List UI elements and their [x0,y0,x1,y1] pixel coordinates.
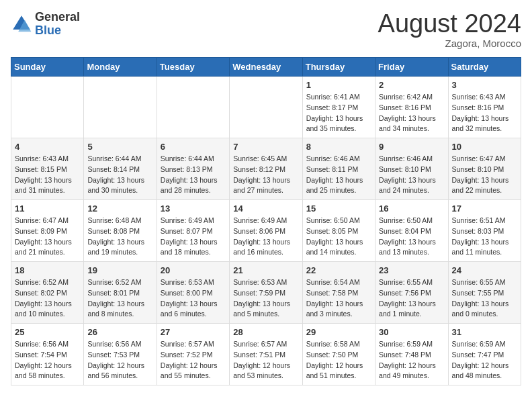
calendar-cell: 17Sunrise: 6:51 AM Sunset: 8:03 PM Dayli… [448,200,521,262]
day-info: Sunrise: 6:50 AM Sunset: 8:04 PM Dayligh… [379,216,444,258]
day-number: 1 [306,80,371,90]
calendar-cell: 19Sunrise: 6:52 AM Sunset: 8:01 PM Dayli… [84,262,157,324]
day-info: Sunrise: 6:57 AM Sunset: 7:52 PM Dayligh… [161,339,226,381]
day-info: Sunrise: 6:44 AM Sunset: 8:14 PM Dayligh… [87,154,152,196]
calendar-cell: 24Sunrise: 6:55 AM Sunset: 7:55 PM Dayli… [448,262,521,324]
day-number: 21 [233,265,298,275]
week-row-2: 4Sunrise: 6:43 AM Sunset: 8:15 PM Daylig… [11,138,521,200]
day-number: 7 [233,142,298,152]
calendar-cell: 8Sunrise: 6:46 AM Sunset: 8:11 PM Daylig… [302,138,375,200]
day-number: 10 [452,142,517,152]
calendar-cell: 25Sunrise: 6:56 AM Sunset: 7:54 PM Dayli… [11,324,84,385]
day-number: 2 [379,80,444,90]
day-number: 26 [87,327,152,337]
calendar-cell: 30Sunrise: 6:59 AM Sunset: 7:48 PM Dayli… [375,324,448,385]
day-info: Sunrise: 6:54 AM Sunset: 7:58 PM Dayligh… [306,277,371,320]
weekday-header-sunday: Sunday [11,58,84,77]
day-number: 19 [87,265,152,275]
day-number: 25 [15,327,80,337]
day-info: Sunrise: 6:47 AM Sunset: 8:10 PM Dayligh… [452,154,517,196]
day-info: Sunrise: 6:53 AM Sunset: 8:00 PM Dayligh… [161,277,226,320]
logo-blue: Blue [35,24,80,38]
calendar-cell: 16Sunrise: 6:50 AM Sunset: 8:04 PM Dayli… [375,200,448,262]
calendar-cell: 21Sunrise: 6:53 AM Sunset: 7:59 PM Dayli… [230,262,302,324]
weekday-header-friday: Friday [375,58,448,77]
day-info: Sunrise: 6:49 AM Sunset: 8:06 PM Dayligh… [233,216,298,258]
day-number: 14 [233,203,298,214]
day-info: Sunrise: 6:49 AM Sunset: 8:07 PM Dayligh… [161,216,226,258]
weekday-header-tuesday: Tuesday [157,58,229,77]
day-number: 20 [161,265,226,275]
day-info: Sunrise: 6:47 AM Sunset: 8:09 PM Dayligh… [15,216,80,258]
day-info: Sunrise: 6:46 AM Sunset: 8:10 PM Dayligh… [379,154,444,196]
day-number: 4 [15,142,80,152]
calendar-cell [157,77,229,138]
day-info: Sunrise: 6:58 AM Sunset: 7:50 PM Dayligh… [306,339,371,381]
calendar-cell: 23Sunrise: 6:55 AM Sunset: 7:56 PM Dayli… [375,262,448,324]
day-info: Sunrise: 6:59 AM Sunset: 7:48 PM Dayligh… [379,339,444,381]
calendar-cell: 20Sunrise: 6:53 AM Sunset: 8:00 PM Dayli… [157,262,229,324]
calendar-table: SundayMondayTuesdayWednesdayThursdayFrid… [11,57,521,385]
day-number: 13 [161,203,226,214]
calendar-cell [84,77,157,138]
day-info: Sunrise: 6:51 AM Sunset: 8:03 PM Dayligh… [452,216,517,258]
calendar-cell: 14Sunrise: 6:49 AM Sunset: 8:06 PM Dayli… [230,200,302,262]
day-info: Sunrise: 6:41 AM Sunset: 8:17 PM Dayligh… [306,92,371,134]
calendar-cell [230,77,302,138]
day-info: Sunrise: 6:55 AM Sunset: 7:55 PM Dayligh… [452,277,517,320]
logo-text: General Blue [35,11,80,38]
calendar-cell [11,77,84,138]
day-number: 28 [233,327,298,337]
day-number: 29 [306,327,371,337]
day-info: Sunrise: 6:52 AM Sunset: 8:01 PM Dayligh… [87,277,152,320]
day-number: 27 [161,327,226,337]
day-info: Sunrise: 6:56 AM Sunset: 7:53 PM Dayligh… [87,339,152,381]
calendar-cell: 18Sunrise: 6:52 AM Sunset: 8:02 PM Dayli… [11,262,84,324]
page-header: General Blue August 2024 Zagora, Morocco [11,11,521,49]
week-row-4: 18Sunrise: 6:52 AM Sunset: 8:02 PM Dayli… [11,262,521,324]
calendar-cell: 9Sunrise: 6:46 AM Sunset: 8:10 PM Daylig… [375,138,448,200]
day-number: 23 [379,265,444,275]
day-number: 8 [306,142,371,152]
day-number: 11 [15,203,80,214]
day-info: Sunrise: 6:43 AM Sunset: 8:16 PM Dayligh… [452,92,517,134]
logo-icon [11,13,32,35]
day-number: 3 [452,80,517,90]
title-section: August 2024 Zagora, Morocco [378,11,521,49]
day-info: Sunrise: 6:44 AM Sunset: 8:13 PM Dayligh… [161,154,226,196]
weekday-header-thursday: Thursday [302,58,375,77]
calendar-cell: 12Sunrise: 6:48 AM Sunset: 8:08 PM Dayli… [84,200,157,262]
calendar-cell: 5Sunrise: 6:44 AM Sunset: 8:14 PM Daylig… [84,138,157,200]
calendar-cell: 2Sunrise: 6:42 AM Sunset: 8:16 PM Daylig… [375,77,448,138]
day-number: 24 [452,265,517,275]
calendar-cell: 1Sunrise: 6:41 AM Sunset: 8:17 PM Daylig… [302,77,375,138]
day-info: Sunrise: 6:56 AM Sunset: 7:54 PM Dayligh… [15,339,80,381]
day-info: Sunrise: 6:46 AM Sunset: 8:11 PM Dayligh… [306,154,371,196]
day-number: 6 [161,142,226,152]
day-number: 5 [87,142,152,152]
day-info: Sunrise: 6:50 AM Sunset: 8:05 PM Dayligh… [306,216,371,258]
day-info: Sunrise: 6:45 AM Sunset: 8:12 PM Dayligh… [233,154,298,196]
location: Zagora, Morocco [378,38,521,49]
calendar-cell: 22Sunrise: 6:54 AM Sunset: 7:58 PM Dayli… [302,262,375,324]
calendar-cell: 29Sunrise: 6:58 AM Sunset: 7:50 PM Dayli… [302,324,375,385]
calendar-cell: 4Sunrise: 6:43 AM Sunset: 8:15 PM Daylig… [11,138,84,200]
logo-general: General [35,11,80,24]
week-row-1: 1Sunrise: 6:41 AM Sunset: 8:17 PM Daylig… [11,77,521,138]
day-info: Sunrise: 6:43 AM Sunset: 8:15 PM Dayligh… [15,154,80,196]
day-number: 16 [379,203,444,214]
calendar-cell: 13Sunrise: 6:49 AM Sunset: 8:07 PM Dayli… [157,200,229,262]
day-info: Sunrise: 6:57 AM Sunset: 7:51 PM Dayligh… [233,339,298,381]
calendar-cell: 7Sunrise: 6:45 AM Sunset: 8:12 PM Daylig… [230,138,302,200]
calendar-cell: 28Sunrise: 6:57 AM Sunset: 7:51 PM Dayli… [230,324,302,385]
month-title: August 2024 [378,11,521,36]
day-info: Sunrise: 6:53 AM Sunset: 7:59 PM Dayligh… [233,277,298,320]
day-info: Sunrise: 6:48 AM Sunset: 8:08 PM Dayligh… [87,216,152,258]
day-info: Sunrise: 6:52 AM Sunset: 8:02 PM Dayligh… [15,277,80,320]
weekday-header-monday: Monday [84,58,157,77]
calendar-cell: 3Sunrise: 6:43 AM Sunset: 8:16 PM Daylig… [448,77,521,138]
calendar-cell: 27Sunrise: 6:57 AM Sunset: 7:52 PM Dayli… [157,324,229,385]
weekday-header-saturday: Saturday [448,58,521,77]
day-number: 18 [15,265,80,275]
day-info: Sunrise: 6:59 AM Sunset: 7:47 PM Dayligh… [452,339,517,381]
